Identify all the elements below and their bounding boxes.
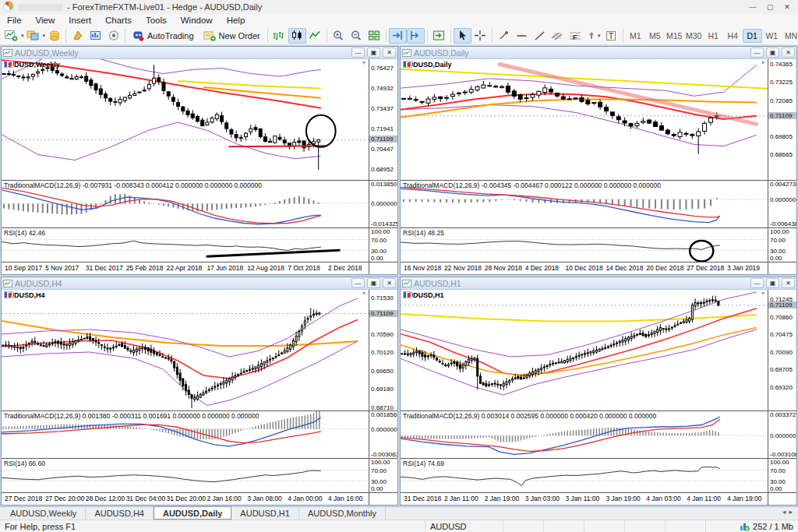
chart-close-button[interactable]: ✕ [383, 48, 396, 58]
chart-minimize-button[interactable]: — [750, 278, 764, 288]
new-chart-button[interactable] [2, 28, 20, 44]
tile-windows-button[interactable] [365, 28, 383, 44]
chart-restore-button[interactable]: ▣ [367, 278, 380, 288]
menu-window[interactable]: Window [174, 14, 220, 26]
price-scale[interactable]: 0.764270.749320.734370.719410.704470.689… [369, 59, 397, 180]
chart-close-button[interactable]: ✕ [782, 48, 795, 58]
text-tool-button[interactable]: T [602, 28, 620, 44]
cursor-tool-button[interactable] [454, 28, 471, 44]
macd-scale[interactable]: 0.0138500.000000-0.014325 [369, 181, 397, 227]
price-scale[interactable]: 0.743650.732250.720850.698050.686650.711… [768, 59, 796, 180]
chart-close-button[interactable]: ✕ [383, 278, 396, 288]
signals-button[interactable] [104, 28, 122, 44]
chart-shift-marker-icon[interactable]: ▾ [362, 59, 365, 66]
timeframe-d1-button[interactable]: D1 [743, 29, 762, 43]
rsi-scale[interactable]: 100.0070.0030.000.00 [768, 228, 796, 262]
chart-window-titlebar[interactable]: AUDUSD,Weekly—▣✕ [2, 47, 397, 59]
tab-audusd-h4[interactable]: AUDUSD,H4 [86, 507, 154, 520]
ohlc-icon[interactable] [4, 61, 13, 68]
auto-scroll-button[interactable] [407, 28, 425, 44]
price-scale[interactable]: 0.712450.708600.704750.700900.697050.693… [768, 290, 796, 410]
chart-restore-button[interactable]: ▣ [766, 48, 779, 58]
price-pane[interactable]: AUDUSD,H1▾ [401, 290, 768, 410]
timeframe-m5-button[interactable]: M5 [645, 29, 665, 43]
time-axis[interactable]: 27 Dec 201827 Dec 20:0028 Dec 12:0031 De… [2, 493, 369, 505]
chart-window-titlebar[interactable]: AUDUSD,H4—▣✕ [2, 277, 397, 290]
autotrading-button[interactable]: AutoTrading [128, 28, 199, 44]
timeframe-h4-button[interactable]: H4 [723, 29, 743, 43]
crosshair-tool-button[interactable] [471, 28, 489, 44]
chart-shift-marker-icon[interactable]: ▾ [362, 290, 365, 297]
chart-restore-button[interactable]: ▣ [367, 48, 380, 58]
macd-pane[interactable]: TraditionalMACD(12,26,9) -0.004345 -0.00… [401, 181, 768, 227]
ohlc-icon[interactable] [403, 291, 412, 298]
menu-file[interactable]: File [0, 14, 29, 26]
rsi-pane[interactable]: RSI(14) 48.25 [401, 228, 768, 262]
macd-scale[interactable]: 0.0018560.000000-0.003063 [369, 411, 397, 458]
time-axis[interactable]: 31 Dec 20182 Jan 11:002 Jan 19:003 Jan 0… [401, 493, 768, 505]
timeframe-mn-button[interactable]: MN [782, 29, 798, 43]
vertical-line-tool-button[interactable] [495, 28, 513, 44]
tab-audusd-h1[interactable]: AUDUSD,H1 [231, 507, 299, 520]
price-scale[interactable]: 0.715300.705900.701200.696500.691800.687… [369, 290, 397, 410]
chart-window-titlebar[interactable]: AUDUSD,Daily—▣✕ [401, 47, 796, 59]
timeframe-m30-button[interactable]: M30 [684, 29, 704, 43]
timeframe-m15-button[interactable]: M15 [665, 29, 684, 43]
macd-pane[interactable]: TraditionalMACD(12,26,9) 0.001380 -0.000… [2, 411, 369, 458]
macd-pane[interactable]: TraditionalMACD(12,26,9) -0.007931 -0.00… [2, 181, 369, 227]
chart-close-button[interactable]: ✕ [782, 278, 795, 288]
timeframe-h1-button[interactable]: H1 [704, 29, 723, 43]
bar-chart-type-button[interactable] [270, 28, 288, 44]
chart-restore-button[interactable]: ▣ [766, 278, 779, 288]
zoom-out-button[interactable] [348, 28, 365, 44]
app-minimize-button[interactable]: — [745, 2, 761, 12]
time-axis[interactable]: 16 Nov 201822 Nov 201828 Nov 20184 Dec 2… [401, 262, 768, 274]
candlestick-chart-type-button[interactable] [288, 28, 306, 44]
zoom-in-button[interactable] [330, 28, 348, 44]
tab-audusd-weekly[interactable]: AUDUSD,Weekly [2, 507, 86, 520]
ohlc-icon[interactable] [4, 291, 13, 298]
timeframe-w1-button[interactable]: W1 [762, 29, 782, 43]
ohlc-icon[interactable] [403, 61, 412, 68]
status-connection[interactable]: 252 / 1 Mb [706, 520, 798, 532]
new-chart-dropdown-icon[interactable]: ▾ [21, 33, 24, 39]
chart-window-titlebar[interactable]: AUDUSD,H1—▣✕ [401, 277, 796, 290]
macd-scale[interactable]: 0.0033720.000000-0.003108 [768, 411, 796, 458]
macd-scale[interactable]: 0.0042730.000000-0.006438 [768, 181, 796, 227]
menu-tools[interactable]: Tools [139, 14, 174, 26]
fibonacci-tool-button[interactable]: F [567, 28, 584, 44]
menu-help[interactable]: Help [220, 14, 252, 26]
app-close-button[interactable]: ✕ [779, 2, 795, 12]
price-pane[interactable]: AUDUSD,H4▾ [2, 290, 369, 410]
rsi-pane[interactable]: RSI(14) 42.46 [2, 228, 369, 262]
shapes-dropdown-icon[interactable]: ▾ [598, 33, 601, 39]
app-maximize-button[interactable]: ▢ [762, 2, 778, 12]
deposit-button[interactable] [45, 28, 63, 44]
menu-insert[interactable]: Insert [62, 14, 98, 26]
chart-shift-marker-icon[interactable]: ▾ [761, 59, 764, 66]
equidistant-channel-tool-button[interactable] [549, 28, 567, 44]
chart-shift-button[interactable] [430, 28, 448, 44]
chart-minimize-button[interactable]: — [750, 48, 764, 58]
menu-view[interactable]: View [29, 14, 62, 26]
tab-audusd-daily[interactable]: AUDUSD,Daily [154, 506, 231, 520]
new-order-button[interactable]: New Order [199, 28, 265, 44]
tab-scroll-arrows[interactable]: ◂▸ [782, 508, 796, 516]
chart-minimize-button[interactable]: — [351, 278, 365, 288]
rsi-pane[interactable]: RSI(14) 66.60 [2, 459, 369, 492]
menu-charts[interactable]: Charts [98, 14, 139, 26]
chart-shift-marker-icon[interactable]: ▾ [761, 290, 764, 297]
time-axis[interactable]: 10 Sep 20175 Nov 201731 Dec 201725 Feb 2… [2, 262, 369, 274]
line-chart-type-button[interactable] [306, 28, 324, 44]
tab-scroll-right-icon[interactable]: ▸ [789, 508, 796, 516]
profiles-button[interactable] [24, 28, 42, 44]
rsi-scale[interactable]: 100.0070.0030.000.00 [369, 228, 397, 262]
rsi-scale[interactable]: 100.0070.0030.000.00 [768, 459, 796, 492]
macd-pane[interactable]: TraditionalMACD(12,26,9) 0.003014 0.0025… [401, 411, 768, 458]
price-pane[interactable]: AUDUSD,Weekly▾ [2, 59, 369, 180]
rsi-pane[interactable]: RSI(14) 74.69 [401, 459, 768, 492]
data-window-button[interactable] [87, 28, 104, 44]
shapes-tool-button[interactable]: ▾ [584, 28, 602, 44]
chart-minimize-button[interactable]: — [351, 48, 365, 58]
market-watch-button[interactable] [69, 28, 87, 44]
